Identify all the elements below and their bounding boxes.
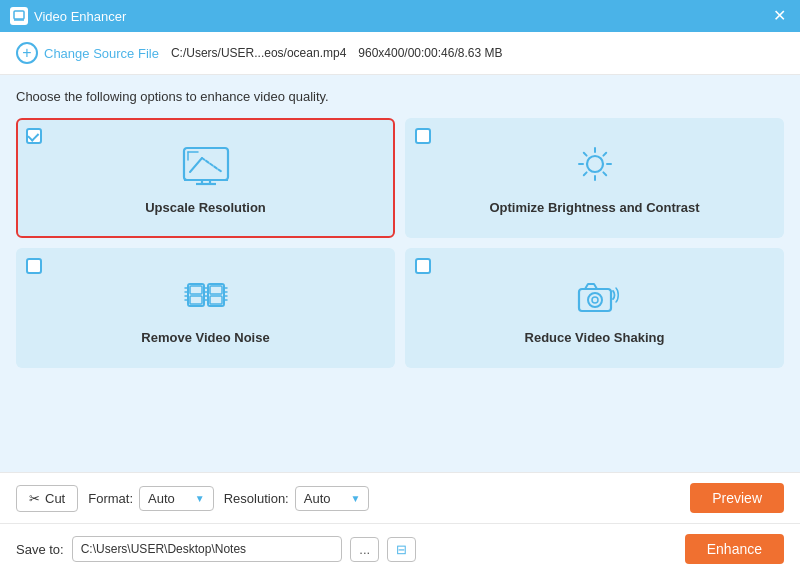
source-filename: C:/Users/USER...eos/ocean.mp4 bbox=[171, 46, 346, 60]
format-label: Format: bbox=[88, 491, 133, 506]
option-upscale-label: Upscale Resolution bbox=[145, 200, 266, 215]
option-shaking[interactable]: Reduce Video Shaking bbox=[405, 248, 784, 368]
title-bar: Video Enhancer ✕ bbox=[0, 0, 800, 32]
source-meta: 960x400/00:00:46/8.63 MB bbox=[358, 46, 502, 60]
close-button[interactable]: ✕ bbox=[769, 6, 790, 26]
cut-label: Cut bbox=[45, 491, 65, 506]
save-path-input[interactable] bbox=[72, 536, 343, 562]
format-value: Auto bbox=[148, 491, 175, 506]
preview-button[interactable]: Preview bbox=[690, 483, 784, 513]
svg-line-17 bbox=[603, 172, 606, 175]
svg-line-7 bbox=[190, 158, 202, 172]
svg-line-16 bbox=[583, 153, 586, 156]
browse-button[interactable]: ... bbox=[350, 537, 379, 562]
resolution-value: Auto bbox=[304, 491, 331, 506]
option-noise[interactable]: Remove Video Noise bbox=[16, 248, 395, 368]
title-bar-left: Video Enhancer bbox=[10, 7, 126, 25]
save-label: Save to: bbox=[16, 542, 64, 557]
option-brightness-label: Optimize Brightness and Contrast bbox=[489, 200, 699, 215]
change-source-button[interactable]: + Change Source File bbox=[16, 42, 159, 64]
svg-rect-22 bbox=[190, 296, 202, 304]
cut-button[interactable]: ✂ Cut bbox=[16, 485, 78, 512]
svg-line-8 bbox=[202, 158, 222, 172]
checkbox-shaking[interactable] bbox=[415, 258, 431, 274]
svg-line-19 bbox=[583, 172, 586, 175]
resolution-group: Resolution: Auto ▼ bbox=[224, 486, 370, 511]
svg-point-11 bbox=[587, 156, 603, 172]
checkbox-noise[interactable] bbox=[26, 258, 42, 274]
svg-point-40 bbox=[592, 297, 598, 303]
enhance-button[interactable]: Enhance bbox=[685, 534, 784, 564]
window-title: Video Enhancer bbox=[34, 9, 126, 24]
format-group: Format: Auto ▼ bbox=[88, 486, 213, 511]
folder-icon: ⊟ bbox=[396, 542, 407, 557]
resolution-label: Resolution: bbox=[224, 491, 289, 506]
change-source-label: Change Source File bbox=[44, 46, 159, 61]
svg-point-39 bbox=[588, 293, 602, 307]
svg-rect-33 bbox=[210, 296, 222, 304]
option-noise-label: Remove Video Noise bbox=[141, 330, 269, 345]
folder-button[interactable]: ⊟ bbox=[387, 537, 416, 562]
brightness-icon bbox=[569, 144, 621, 190]
app-icon bbox=[10, 7, 28, 25]
svg-rect-2 bbox=[184, 148, 228, 180]
save-bar: Save to: ... ⊟ Enhance bbox=[0, 523, 800, 574]
option-shaking-label: Reduce Video Shaking bbox=[525, 330, 665, 345]
resolution-dropdown-arrow: ▼ bbox=[350, 493, 360, 504]
main-description: Choose the following options to enhance … bbox=[16, 89, 784, 104]
noise-icon bbox=[180, 274, 232, 320]
option-brightness[interactable]: Optimize Brightness and Contrast bbox=[405, 118, 784, 238]
bottom-toolbar: ✂ Cut Format: Auto ▼ Resolution: Auto ▼ … bbox=[0, 472, 800, 523]
app-window: Video Enhancer ✕ + Change Source File C:… bbox=[0, 0, 800, 574]
format-dropdown[interactable]: Auto ▼ bbox=[139, 486, 214, 511]
resolution-dropdown[interactable]: Auto ▼ bbox=[295, 486, 370, 511]
options-grid: Upscale Resolution bbox=[16, 118, 784, 368]
svg-line-18 bbox=[603, 153, 606, 156]
main-content: Choose the following options to enhance … bbox=[0, 75, 800, 472]
shaking-icon bbox=[569, 274, 621, 320]
svg-rect-21 bbox=[190, 286, 202, 294]
source-bar: + Change Source File C:/Users/USER...eos… bbox=[0, 32, 800, 75]
upscale-icon bbox=[180, 144, 232, 190]
svg-rect-32 bbox=[210, 286, 222, 294]
checkbox-brightness[interactable] bbox=[415, 128, 431, 144]
checkbox-upscale[interactable] bbox=[26, 128, 42, 144]
svg-rect-0 bbox=[14, 11, 24, 19]
add-icon: + bbox=[16, 42, 38, 64]
option-upscale[interactable]: Upscale Resolution bbox=[16, 118, 395, 238]
format-dropdown-arrow: ▼ bbox=[195, 493, 205, 504]
scissors-icon: ✂ bbox=[29, 491, 40, 506]
